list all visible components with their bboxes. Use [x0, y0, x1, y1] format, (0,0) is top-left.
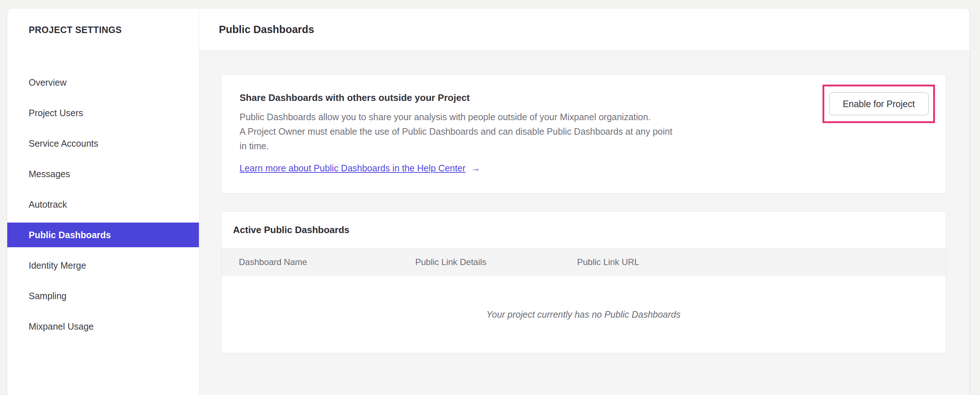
enable-for-project-button[interactable]: Enable for Project — [829, 92, 929, 115]
column-public-link-url: Public Link URL — [577, 257, 945, 267]
description-line-2: A Project Owner must enable the use of P… — [240, 124, 945, 139]
enable-button-highlight-box: Enable for Project — [822, 84, 935, 123]
sidebar-item-public-dashboards[interactable]: Public Dashboards — [7, 223, 199, 247]
sidebar-item-identity-merge[interactable]: Identity Merge — [7, 250, 199, 280]
sidebar-title: PROJECT SETTINGS — [7, 23, 199, 36]
share-dashboards-card: Share Dashboards with others outside you… — [221, 75, 946, 194]
sidebar-nav: Overview Project Users Service Accounts … — [7, 67, 199, 342]
main-content: Public Dashboards Share Dashboards with … — [199, 8, 969, 395]
page-body: Share Dashboards with others outside you… — [199, 51, 969, 353]
sidebar-item-overview[interactable]: Overview — [7, 67, 199, 98]
sidebar-item-autotrack[interactable]: Autotrack — [7, 189, 199, 220]
active-card-heading: Active Public Dashboards — [221, 212, 945, 248]
help-center-link[interactable]: Learn more about Public Dashboards in th… — [240, 163, 466, 174]
help-center-link-row: Learn more about Public Dashboards in th… — [240, 162, 945, 174]
settings-window: PROJECT SETTINGS Overview Project Users … — [7, 8, 970, 395]
column-public-link-details: Public Link Details — [415, 257, 577, 267]
description-line-3: in time. — [240, 139, 945, 153]
sidebar-item-sampling[interactable]: Sampling — [7, 280, 199, 311]
page-header: Public Dashboards — [199, 8, 969, 51]
active-dashboards-card: Active Public Dashboards Dashboard Name … — [221, 211, 946, 353]
page-title: Public Dashboards — [219, 24, 314, 35]
sidebar-item-mixpanel-usage[interactable]: Mixpanel Usage — [7, 311, 199, 342]
project-settings-sidebar: PROJECT SETTINGS Overview Project Users … — [7, 8, 199, 395]
arrow-right-icon: → — [471, 162, 480, 174]
sidebar-item-project-users[interactable]: Project Users — [7, 98, 199, 128]
empty-state-message: Your project currently has no Public Das… — [221, 276, 945, 353]
dashboards-table-header: Dashboard Name Public Link Details Publi… — [221, 248, 945, 276]
column-dashboard-name: Dashboard Name — [239, 257, 415, 267]
sidebar-item-messages[interactable]: Messages — [7, 159, 199, 189]
sidebar-item-service-accounts[interactable]: Service Accounts — [7, 128, 199, 159]
